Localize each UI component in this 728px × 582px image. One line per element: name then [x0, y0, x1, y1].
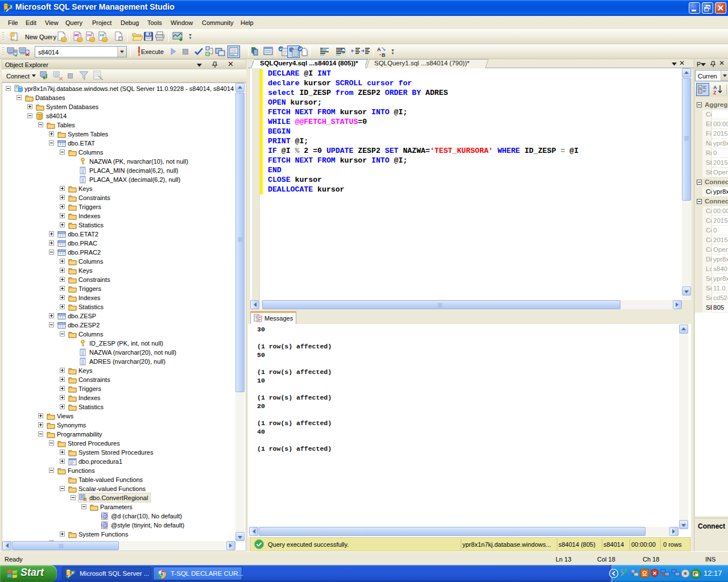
- svg-text:XM: XM: [100, 34, 105, 37]
- svg-text:@: @: [102, 522, 107, 528]
- svg-text:MD: MD: [75, 34, 80, 37]
- svg-text:Z: Z: [713, 90, 717, 95]
- svg-text:DM: DM: [87, 34, 92, 37]
- svg-text:+: +: [699, 85, 701, 89]
- svg-text:A: A: [377, 47, 381, 52]
- svg-text:B: B: [382, 52, 386, 57]
- svg-text:+: +: [699, 90, 701, 93]
- svg-text:@: @: [102, 513, 107, 519]
